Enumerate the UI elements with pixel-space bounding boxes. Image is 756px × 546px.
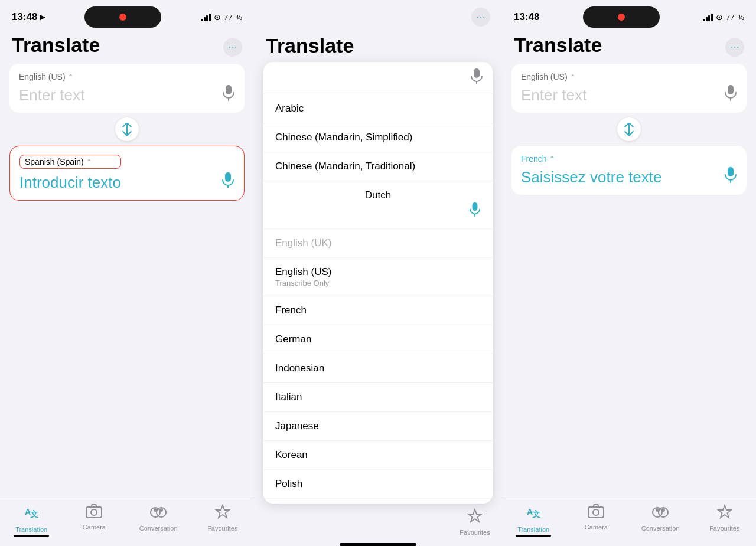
right-tab-conversation-label: Conversation — [641, 525, 680, 532]
lang-item-polish[interactable]: Polish — [263, 470, 493, 499]
right-source-mic-button[interactable] — [724, 84, 737, 104]
left-target-mic-button[interactable] — [221, 172, 234, 192]
right-tab-translation[interactable]: A 文 Translation — [516, 504, 551, 537]
center-status-bar — [254, 0, 502, 30]
svg-point-25 — [734, 47, 735, 48]
right-status-bar: 13:48 ⊛ 77 % — [502, 0, 756, 30]
wifi-icon: ⊛ — [214, 12, 221, 22]
svg-marker-15 — [216, 505, 229, 518]
left-tab-conversation-label: Conversation — [139, 525, 178, 532]
lang-item-chinese-simplified[interactable]: Chinese (Mandarin, Simplified) — [263, 123, 493, 152]
right-tab-translation-label: Translation — [517, 526, 549, 533]
center-top-mic-button[interactable] — [470, 68, 483, 88]
left-tab-translation[interactable]: A 文 Translation — [14, 504, 49, 537]
svg-rect-29 — [728, 167, 734, 176]
star-icon — [215, 504, 230, 523]
right-signal-bars-icon — [703, 13, 713, 21]
lang-item-korean[interactable]: Korean — [263, 441, 493, 470]
left-source-lang-selector[interactable]: English (US) ⌃ — [19, 72, 84, 81]
left-tab-favourites-label: Favourites — [207, 525, 237, 532]
right-tab-conversation[interactable]: Conversation — [641, 504, 680, 532]
left-app-header: Translate — [0, 30, 254, 57]
left-target-card: Spanish (Spain) ⌃ Introducir texto — [9, 146, 245, 201]
camera-icon — [86, 504, 102, 522]
left-tab-translation-label: Translation — [15, 526, 47, 533]
svg-point-16 — [477, 17, 478, 18]
svg-point-34 — [593, 509, 599, 515]
svg-rect-5 — [225, 172, 231, 182]
right-source-lang-label: English (US) — [521, 72, 568, 81]
left-swap-button[interactable] — [115, 117, 139, 141]
right-target-lang-selector[interactable]: French ⌃ — [521, 154, 662, 164]
right-tab-favourites[interactable]: Favourites — [707, 504, 742, 532]
lang-item-french[interactable]: French — [263, 296, 493, 325]
left-tab-indicator — [14, 535, 49, 537]
left-status-bar: 13:48 ▶ ⊛ 77 % — [0, 0, 254, 30]
left-target-lang-selector[interactable]: Spanish (Spain) ⌃ — [19, 155, 121, 169]
left-dynamic-island — [84, 6, 161, 28]
right-star-icon — [717, 504, 732, 523]
right-source-lang-selector[interactable]: English (US) ⌃ — [521, 72, 586, 81]
svg-point-1 — [232, 47, 233, 48]
lang-item-indonesian[interactable]: Indonesian — [263, 354, 493, 383]
right-target-mic-button[interactable] — [724, 166, 737, 187]
left-app-title: Translate — [12, 34, 100, 56]
right-target-placeholder[interactable]: Saisissez votre texte — [521, 168, 662, 187]
lang-item-english-us[interactable]: English (US) Transcribe Only — [263, 258, 493, 296]
left-source-mic-button[interactable] — [222, 84, 235, 104]
right-target-lang-label: French — [521, 154, 547, 164]
left-more-button[interactable] — [223, 38, 242, 57]
center-app-header: Translate — [254, 30, 502, 62]
svg-rect-27 — [728, 85, 734, 94]
right-app-header: Translate — [502, 30, 756, 57]
right-wifi-icon: ⊛ — [716, 12, 723, 22]
right-swap-button[interactable] — [617, 117, 641, 141]
translation-icon: A 文 — [23, 504, 40, 524]
center-panel: Translate Arabic Chinese (Mandarin, Simp… — [254, 0, 502, 546]
right-more-button[interactable] — [725, 38, 744, 57]
right-camera-icon — [588, 504, 604, 522]
left-source-card: English (US) ⌃ Enter text — [9, 64, 245, 113]
lang-item-japanese[interactable]: Japanese — [263, 412, 493, 441]
lang-item-arabic[interactable]: Arabic — [263, 94, 493, 123]
right-target-lang-chevron: ⌃ — [549, 155, 555, 163]
svg-point-24 — [731, 47, 732, 48]
left-tab-conversation[interactable]: Conversation — [139, 504, 178, 532]
lang-item-german[interactable]: German — [263, 325, 493, 354]
right-status-time: 13:48 — [514, 11, 539, 23]
left-target-lang-chevron: ⌃ — [86, 158, 92, 166]
svg-point-17 — [480, 17, 481, 18]
center-app-title: Translate — [266, 34, 490, 57]
lang-item-italian[interactable]: Italian — [263, 383, 493, 412]
right-translation-icon: A 文 — [525, 504, 542, 524]
svg-point-26 — [737, 47, 738, 48]
left-target-lang-label: Spanish (Spain) — [25, 157, 84, 166]
right-status-icons: ⊛ 77 % — [703, 12, 744, 22]
left-translate-area: English (US) ⌃ Enter text — [0, 57, 254, 499]
center-tab-favourites-label: Favourites — [460, 529, 490, 536]
svg-point-38 — [662, 508, 665, 512]
right-conversation-icon — [651, 504, 669, 523]
right-phone-panel: 13:48 ⊛ 77 % Translate — [502, 0, 756, 546]
right-source-placeholder[interactable]: Enter text — [521, 86, 586, 104]
right-source-card: English (US) ⌃ Enter text — [511, 64, 747, 113]
svg-rect-9 — [86, 507, 102, 518]
left-status-time: 13:48 ▶ — [12, 11, 45, 23]
right-tab-indicator — [516, 535, 551, 537]
battery-label: 77 — [224, 13, 232, 22]
lang-item-chinese-traditional[interactable]: Chinese (Mandarin, Traditional) — [263, 152, 493, 181]
left-source-lang-chevron: ⌃ — [68, 73, 73, 81]
center-dutch-mic-button[interactable] — [469, 202, 481, 220]
center-star-icon — [467, 508, 483, 527]
lang-item-portuguese-brazil-1[interactable]: Portuguese (Brazil) — [263, 499, 493, 504]
right-tab-camera[interactable]: Camera — [578, 504, 614, 531]
lang-item-english-uk[interactable]: English (UK) — [263, 229, 493, 258]
left-tab-camera[interactable]: Camera — [76, 504, 112, 531]
left-source-placeholder[interactable]: Enter text — [19, 86, 84, 104]
left-target-placeholder[interactable]: Introducir texto — [19, 174, 121, 192]
left-tab-favourites[interactable]: Favourites — [205, 504, 240, 532]
lang-item-dutch[interactable]: Dutch — [263, 181, 493, 229]
center-more-button[interactable] — [471, 8, 490, 27]
center-tab-favourites[interactable]: Favourites — [457, 508, 493, 536]
right-tab-bar: A 文 Translation Camera — [502, 499, 756, 546]
